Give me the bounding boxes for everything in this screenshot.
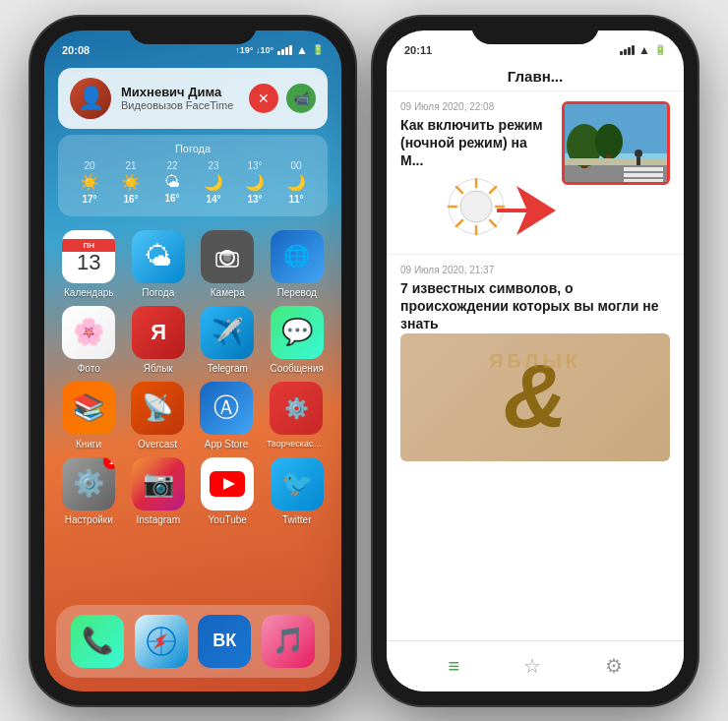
dock-safari[interactable]	[135, 615, 188, 668]
weather-day-4: 13° 🌙 13°	[235, 160, 274, 205]
svg-line-16	[456, 220, 462, 226]
svg-marker-34	[497, 186, 556, 235]
app-books[interactable]: 📚 Книги	[60, 382, 117, 450]
signal-icon	[277, 45, 292, 55]
app-calendar[interactable]: ПН 13 Календарь	[60, 230, 118, 298]
svg-rect-24	[624, 167, 663, 171]
svg-rect-33	[637, 157, 640, 165]
red-arrow	[497, 181, 566, 244]
notch-1	[129, 17, 257, 44]
wifi-icon: ▲	[296, 43, 308, 57]
app-weather[interactable]: 🌤 Погода	[130, 230, 188, 298]
weather-day-2: 22 🌤 16°	[152, 160, 192, 205]
time-1: 20:08	[62, 44, 90, 56]
app-grid-row4: ⚙️ 1 Настройки 📷 Instagram	[44, 457, 341, 533]
article-screen: 20:11 ▲ 🔋 Главн...	[387, 30, 684, 691]
wifi-icon-2: ▲	[638, 43, 650, 57]
signal-icon-2	[620, 45, 635, 55]
app-camera[interactable]: Камера	[199, 230, 257, 298]
svg-line-13	[490, 187, 496, 193]
svg-rect-31	[565, 158, 667, 165]
caller-avatar: 👤	[70, 78, 111, 119]
app-yablyk[interactable]: Я Яблык	[130, 306, 188, 374]
app-photos[interactable]: 🌸 Фото	[60, 306, 118, 374]
call-type: Видеовызов FaceTime	[121, 99, 239, 111]
facetime-notification[interactable]: 👤 Михневич Дима Видеовызов FaceTime ✕ 📹	[58, 68, 328, 129]
phone-2: 20:11 ▲ 🔋 Главн...	[373, 17, 698, 705]
caller-name: Михневич Дима	[121, 85, 239, 99]
dock-phone[interactable]: 📞	[71, 615, 124, 668]
app-appstore[interactable]: Ⓐ App Store	[198, 382, 255, 450]
app-twitter[interactable]: 🐦 Twitter	[269, 457, 327, 525]
nav-title: Главн...	[508, 68, 563, 85]
weather-title: Погода	[70, 143, 316, 154]
home-screen: 20:08 ↑19° ↓10° ▲ 🔋	[44, 30, 341, 691]
svg-line-14	[456, 187, 462, 193]
app-youtube[interactable]: YouTube	[199, 457, 257, 525]
article-1[interactable]: 09 Июля 2020, 22:08 Как включить режим (…	[387, 91, 684, 256]
app-overcast[interactable]: 📡 Overcast	[129, 382, 186, 450]
tabbar: ≡ ☆ ⚙	[387, 640, 684, 691]
call-actions: ✕ 📹	[249, 84, 316, 113]
weather-day-3: 23 🌙 14°	[194, 160, 233, 205]
svg-point-29	[595, 124, 623, 159]
phone1-screen: 20:08 ↑19° ↓10° ▲ 🔋	[44, 30, 341, 691]
article-1-title: Как включить режим (ночной режим) на М..…	[400, 116, 552, 170]
tab-articles[interactable]: ≡	[448, 655, 459, 678]
weather-day-0: 20 ☀️ 17°	[70, 160, 109, 205]
svg-rect-26	[624, 179, 663, 182]
app-settings[interactable]: ⚙️ 1 Настройки	[60, 457, 118, 525]
weather-days-row: 20 ☀️ 17° 21 ☀️ 16° 22 🌤 16°	[70, 160, 316, 205]
decline-button[interactable]: ✕	[249, 84, 278, 113]
app-instagram[interactable]: 📷 Instagram	[130, 457, 188, 525]
tab-settings[interactable]: ⚙	[605, 654, 623, 678]
status-icons-1: ↑19° ↓10° ▲ 🔋	[235, 43, 324, 57]
article-1-date: 09 Июля 2020, 22:08	[400, 101, 552, 112]
weather-day-5: 00 🌙 11°	[276, 160, 316, 205]
app-messages[interactable]: 💬 Сообщения	[269, 306, 327, 374]
temp-range: ↑19° ↓10°	[235, 45, 273, 55]
article-1-thumbnail	[562, 101, 670, 185]
article-2-title: 7 известных символов, о происхождении ко…	[400, 279, 670, 333]
svg-point-19	[460, 191, 492, 222]
svg-line-17	[490, 220, 496, 226]
app-translate[interactable]: 🌐 Перевод	[269, 230, 327, 298]
article-nav: Главн...	[387, 62, 684, 91]
dock-vk[interactable]: ВК	[198, 615, 251, 668]
phone-1: 20:08 ↑19° ↓10° ▲ 🔋	[30, 17, 355, 705]
svg-point-32	[635, 150, 642, 157]
app-grid-row1: ПН 13 Календарь 🌤 Погода Камера	[44, 222, 341, 306]
weather-day-1: 21 ☀️ 16°	[111, 160, 151, 205]
phone2-screen: 20:11 ▲ 🔋 Главн...	[387, 30, 684, 691]
dock-music[interactable]: 🎵	[262, 615, 315, 668]
svg-rect-25	[624, 173, 663, 177]
app-grid-row2: 🌸 Фото Я Яблык ✈️ Telegram 💬 Сообщения	[44, 306, 341, 382]
weather-widget[interactable]: Погода 20 ☀️ 17° 21 ☀️ 16° 22 🌤	[58, 135, 328, 216]
battery-icon: 🔋	[312, 44, 324, 55]
watermark: ЯБЛЫК	[489, 349, 581, 372]
battery-icon-2: 🔋	[654, 44, 666, 55]
article-2-date: 09 Июля 2020, 21:37	[400, 265, 670, 275]
app-creative[interactable]: ⚙️ Творческасту...	[267, 382, 326, 450]
status-icons-2: ▲ 🔋	[620, 43, 666, 57]
time-2: 20:11	[404, 44, 432, 56]
notch-2	[471, 17, 599, 44]
notification-text: Михневич Дима Видеовызов FaceTime	[121, 85, 239, 111]
app-grid-row3: 📚 Книги 📡 Overcast Ⓐ App Store ⚙️ Творче…	[44, 382, 341, 457]
tab-favorites[interactable]: ☆	[523, 654, 541, 678]
dock: 📞 ВК 🎵	[56, 605, 330, 678]
accept-button[interactable]: 📹	[286, 84, 316, 113]
app-telegram[interactable]: ✈️ Telegram	[199, 306, 257, 374]
